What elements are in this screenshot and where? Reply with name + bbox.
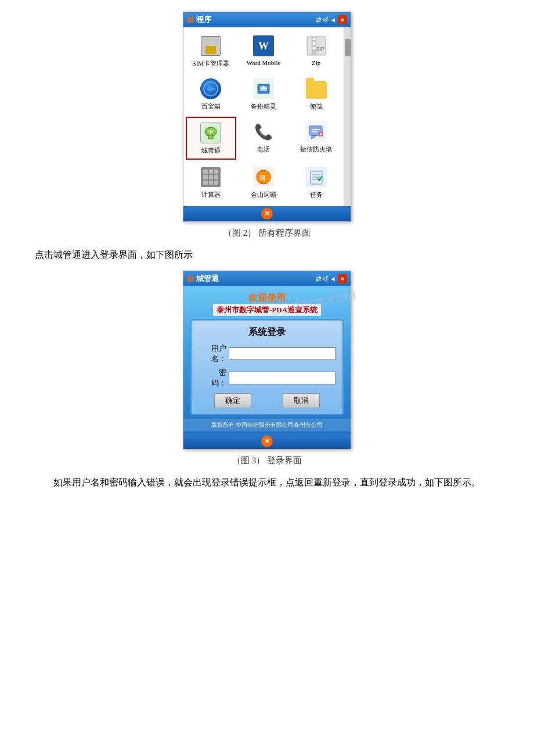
back-icon2[interactable]: ◄ xyxy=(330,275,336,282)
app-item-word[interactable]: W Word Mobile xyxy=(239,31,289,71)
bottom-bar2: ✕ xyxy=(183,434,351,449)
bottom-close-button[interactable]: ✕ xyxy=(261,208,273,219)
login-box: 系统登录 用户名： 密 码： 确定 取消 xyxy=(190,319,344,415)
jinshan-icon-graphic: 词 xyxy=(253,167,274,188)
app-label-jinshan: 金山词霸 xyxy=(251,190,276,199)
app-item-sms[interactable]: 短信防火墙 xyxy=(291,117,341,160)
password-input[interactable] xyxy=(229,372,335,384)
caption1: （图 2） 所有程序界面 xyxy=(35,228,499,239)
welcome-subtitle: 泰州市数字城管-PDA巡查系统 xyxy=(213,304,321,316)
sim-icon xyxy=(199,34,222,57)
windows-logo-icon2: ⊞ xyxy=(187,274,194,284)
svg-rect-3 xyxy=(313,42,315,45)
refresh-icon[interactable]: ↺ xyxy=(323,16,328,24)
word-icon: W xyxy=(252,34,275,57)
sim-chip xyxy=(205,46,216,54)
app-item-calc[interactable]: 计算器 xyxy=(186,162,236,203)
scrollbar1[interactable] xyxy=(344,27,351,206)
bottom-bar1: ✕ xyxy=(183,206,351,221)
login-body: docx.com 欢迎使用 泰州市数字城管-PDA巡查系统 系统登录 用户名： … xyxy=(183,286,351,449)
cgt-svg xyxy=(203,125,219,141)
zip-icon-svg: ZIP xyxy=(306,35,327,56)
confirm-button[interactable]: 确定 xyxy=(214,393,251,408)
svg-rect-4 xyxy=(313,47,315,49)
sms-icon xyxy=(305,120,328,143)
back-icon[interactable]: ◄ xyxy=(330,16,336,23)
password-field: 密 码： xyxy=(199,368,335,388)
svg-rect-2 xyxy=(313,38,315,40)
password-label: 密 码： xyxy=(199,368,226,388)
app-item-sim[interactable]: SIM卡管理器 xyxy=(186,31,236,71)
backup-svg xyxy=(255,81,272,97)
note-icon xyxy=(305,77,328,100)
app-item-note[interactable]: 便笺 xyxy=(291,74,341,114)
svg-marker-15 xyxy=(312,135,316,139)
close-button2[interactable]: × xyxy=(338,274,347,283)
backup-icon xyxy=(252,77,275,100)
app-item-backup[interactable]: 备份精灵 xyxy=(239,74,289,114)
app-label-task: 任务 xyxy=(310,190,323,199)
copyright-text: 版权所有 中国电信股份有限公司泰州分公司 xyxy=(211,422,323,428)
app-label-calc: 计算器 xyxy=(201,190,221,199)
titlebar2-left: ⊞ 城管通 xyxy=(187,273,219,284)
app-label-word: Word Mobile xyxy=(247,59,281,66)
svg-text:ZIP: ZIP xyxy=(316,46,324,52)
caption2: （图 3） 登录界面 xyxy=(35,455,499,466)
titlebar2-title: 城管通 xyxy=(196,273,219,284)
sync-icon[interactable]: ⇄ xyxy=(316,16,321,24)
login-buttons: 确定 取消 xyxy=(199,393,335,408)
username-field: 用户名： xyxy=(199,343,335,364)
task-icon-graphic xyxy=(306,167,327,188)
phone-icon-graphic: 📞 xyxy=(254,123,273,141)
cgt-icon xyxy=(199,121,222,145)
app-label-cgt: 城管通 xyxy=(201,146,221,155)
backup-icon-graphic xyxy=(253,78,274,99)
app-item-task[interactable]: 任务 xyxy=(291,162,341,203)
folder-icon-graphic xyxy=(306,81,327,99)
screen2-phone: ⊞ 城管通 ⇄ ↺ ◄ × docx.com 欢迎使用 泰州市数字城管-PDA巡… xyxy=(183,271,351,449)
refresh-icon2[interactable]: ↺ xyxy=(323,275,328,283)
cgt-icon-graphic xyxy=(200,123,221,143)
copyright-bar: 版权所有 中国电信股份有限公司泰州分公司 xyxy=(183,419,351,431)
sms-svg xyxy=(308,124,324,140)
svg-rect-11 xyxy=(208,135,213,139)
app-label-zip: Zip xyxy=(312,59,320,66)
titlebar1: ⊞ 程序 ⇄ ↺ ◄ × xyxy=(183,12,351,27)
welcome-banner: 欢迎使用 泰州市数字城管-PDA巡查系统 xyxy=(190,292,344,316)
app-label-baobao: 百宝箱 xyxy=(201,102,221,111)
login-box-title: 系统登录 xyxy=(199,326,335,339)
titlebar2-icons: ⇄ ↺ ◄ × xyxy=(316,274,347,283)
titlebar2: ⊞ 城管通 ⇄ ↺ ◄ × xyxy=(183,271,351,286)
word-icon-graphic: W xyxy=(253,35,274,56)
jinshan-svg: 词 xyxy=(255,169,272,185)
username-label: 用户名： xyxy=(199,343,226,364)
app-label-backup: 备份精灵 xyxy=(251,102,276,111)
calc-icon xyxy=(199,165,222,189)
sim-icon-graphic xyxy=(201,36,221,56)
app-grid: SIM卡管理器 W Word Mobile Z xyxy=(183,27,344,206)
close-button[interactable]: × xyxy=(338,15,347,24)
app-item-baobao[interactable]: 百宝箱 xyxy=(186,74,236,114)
screen1-phone: ⊞ 程序 ⇄ ↺ ◄ × SIM卡管理器 W xyxy=(183,12,351,222)
app-label-sms: 短信防火墙 xyxy=(300,145,332,154)
task-svg xyxy=(308,169,324,185)
app-label-sim: SIM卡管理器 xyxy=(193,59,230,68)
calc-icon-graphic xyxy=(201,167,221,187)
titlebar1-icons: ⇄ ↺ ◄ × xyxy=(316,15,347,24)
app-label-phone: 电话 xyxy=(257,145,270,154)
username-input[interactable] xyxy=(229,347,335,360)
welcome-title: 欢迎使用 xyxy=(190,292,344,304)
paragraph1: 点击城管通进入登录界面，如下图所示 xyxy=(35,247,499,262)
app-item-phone[interactable]: 📞 电话 xyxy=(239,117,289,160)
caption2-text: （图 3） 登录界面 xyxy=(232,456,302,465)
sms-icon-graphic xyxy=(306,121,327,142)
bottom-close-button2[interactable]: ✕ xyxy=(261,435,273,447)
jinshan-icon: 词 xyxy=(252,165,275,189)
app-item-jinshan[interactable]: 词 金山词霸 xyxy=(239,162,289,203)
app-item-cgt[interactable]: 城管通 xyxy=(186,117,236,160)
sync-icon2[interactable]: ⇄ xyxy=(316,275,321,283)
task-icon xyxy=(305,165,328,189)
cancel-button[interactable]: 取消 xyxy=(283,393,320,408)
baobao-icon-graphic xyxy=(200,78,221,99)
app-item-zip[interactable]: ZIP Zip xyxy=(291,31,341,71)
